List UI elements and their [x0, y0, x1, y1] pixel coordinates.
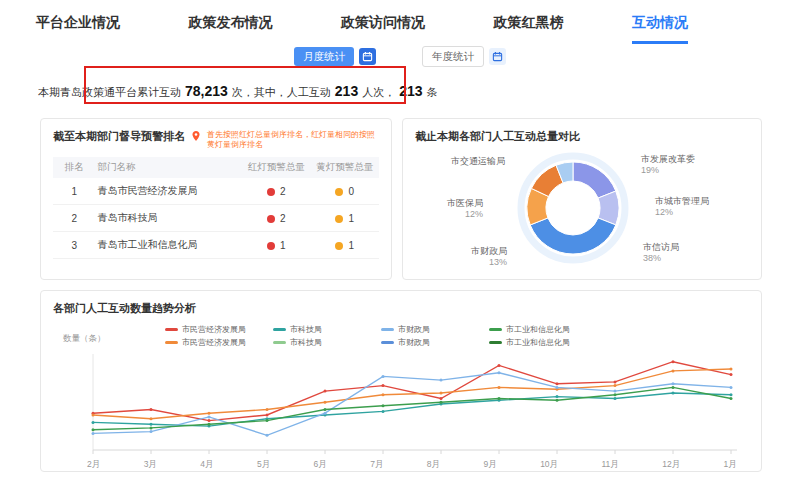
data-point — [556, 385, 559, 388]
x-axis-label: 4月 — [200, 459, 213, 471]
manual-interactions-value: 213 — [335, 83, 358, 99]
tab-platform-enterprises[interactable]: 平台企业情况 — [36, 14, 120, 44]
data-point — [730, 373, 733, 376]
legend-item[interactable]: 市民营经济发展局 — [165, 323, 273, 336]
data-point — [382, 374, 385, 377]
manual-items-value: 213 — [399, 83, 422, 99]
legend-item[interactable]: 市科技局 — [273, 323, 381, 336]
data-point — [92, 431, 95, 434]
legend-label: 市工业和信息化局 — [506, 337, 570, 348]
trend-chart-svg — [81, 352, 741, 458]
donut-svg — [513, 148, 633, 268]
rank-cell: 1 — [53, 178, 95, 205]
monthly-stats-button[interactable]: 月度统计 — [294, 47, 354, 66]
donut-label-pct: 12% — [655, 207, 709, 219]
data-point — [498, 371, 501, 374]
donut-label-pct: 38% — [643, 253, 679, 265]
data-point — [324, 400, 327, 403]
data-point — [730, 393, 733, 396]
yellow-light-cell: 1 — [311, 232, 379, 259]
interaction-comparison-panel: 截止本期各部门人工互动总量对比 市发展改革委 19% 市城市管理局 12% 市信… — [402, 118, 762, 280]
middle-panels: 截至本期部门督导预警排名 首先按照红灯总量倒序排名，红灯量相同的按照黄灯量倒序排… — [40, 118, 762, 280]
summary-mid1: 次，其中，人工互动 — [232, 85, 331, 100]
data-point — [208, 422, 211, 425]
legend-label: 市科技局 — [290, 324, 322, 335]
legend-label: 市民营经济发展局 — [182, 337, 246, 348]
data-point — [730, 367, 733, 370]
legend-swatch — [273, 341, 286, 344]
yellow-light-dot — [335, 242, 343, 250]
legend-item[interactable]: 市民营经济发展局 — [165, 336, 273, 349]
yellow-light-dot — [335, 188, 343, 196]
red-light-cell: 2 — [242, 178, 310, 205]
x-axis-label: 3月 — [144, 459, 157, 471]
data-point — [92, 420, 95, 423]
location-pin-icon — [190, 128, 202, 146]
donut-label-name: 市医保局 — [417, 198, 483, 210]
data-point — [382, 409, 385, 412]
legend-item[interactable]: 市工业和信息化局 — [489, 323, 597, 336]
legend-item[interactable]: 市财政局 — [381, 336, 489, 349]
yellow-light-dot — [335, 215, 343, 223]
table-row: 2青岛市科技局21 — [53, 205, 379, 232]
data-point — [150, 408, 153, 411]
trend-line-市民营经济发展局 — [93, 361, 731, 420]
yellow-light-cell: 1 — [311, 205, 379, 232]
table-row: 3青岛市工业和信息化局11 — [53, 232, 379, 259]
data-point — [614, 380, 617, 383]
yearly-stats-button[interactable]: 年度统计 — [422, 46, 484, 67]
data-point — [208, 411, 211, 414]
legend-label: 市工业和信息化局 — [506, 324, 570, 335]
tab-interaction[interactable]: 互动情况 — [632, 14, 688, 44]
dashboard-page: 平台企业情况 政策发布情况 政策访问情况 政策红黑榜 互动情况 月度统计 年度统… — [0, 0, 800, 489]
department-cell: 青岛市科技局 — [95, 205, 242, 232]
data-point — [498, 397, 501, 400]
ranking-table: 排名 部门名称 红灯预警总量 黄灯预警总量 1青岛市民营经济发展局202青岛市科… — [53, 157, 379, 259]
x-axis-label: 10月 — [540, 459, 558, 471]
data-point — [614, 384, 617, 387]
data-point — [324, 389, 327, 392]
tab-policy-redblack-list[interactable]: 政策红黑榜 — [494, 14, 564, 44]
x-axis-label: 1月 — [724, 459, 737, 471]
legend-swatch — [165, 341, 178, 344]
tab-policy-release[interactable]: 政策发布情况 — [189, 14, 273, 44]
monthly-calendar-icon[interactable] — [359, 48, 376, 65]
legend-label: 市民营经济发展局 — [182, 324, 246, 335]
summary-line: 本期青岛政策通平台累计互动 78,213 次，其中，人工互动 213 人次， 2… — [38, 83, 800, 100]
table-row: 1青岛市民营经济发展局20 — [53, 178, 379, 205]
red-light-cell: 1 — [242, 232, 310, 259]
column-red-light-total: 红灯预警总量 — [242, 157, 310, 178]
data-point — [324, 408, 327, 411]
data-point — [440, 397, 443, 400]
data-point — [614, 397, 617, 400]
trend-line-市民营经济发展局 — [93, 369, 731, 419]
legend-item[interactable]: 市工业和信息化局 — [489, 336, 597, 349]
data-point — [730, 397, 733, 400]
donut-label-name: 市交通运输局 — [417, 156, 505, 168]
data-point — [266, 408, 269, 411]
data-point — [266, 413, 269, 416]
data-point — [614, 389, 617, 392]
legend-item[interactable]: 市科技局 — [273, 336, 381, 349]
data-point — [672, 369, 675, 372]
x-axis-label: 7月 — [370, 459, 383, 471]
tab-policy-visits[interactable]: 政策访问情况 — [341, 14, 425, 44]
data-point — [92, 428, 95, 431]
legend-item[interactable]: 市财政局 — [381, 323, 489, 336]
data-point — [556, 398, 559, 401]
trend-analysis-panel: 各部门人工互动数量趋势分析 市民营经济发展局市科技局市财政局市工业和信息化局市民… — [40, 290, 762, 472]
yearly-calendar-icon[interactable] — [489, 48, 506, 65]
x-axis-label: 2月 — [87, 459, 100, 471]
data-point — [208, 415, 211, 418]
top-tabs: 平台企业情况 政策发布情况 政策访问情况 政策红黑榜 互动情况 — [0, 0, 800, 44]
x-axis-label: 8月 — [427, 459, 440, 471]
data-point — [150, 422, 153, 425]
x-axis-labels: 2月3月4月5月6月7月8月9月10月11月12月1月 — [81, 458, 741, 471]
ranking-title-row: 截至本期部门督导预警排名 首先按照红灯总量倒序排名，红灯量相同的按照黄灯量倒序排… — [53, 129, 379, 151]
donut-label-medical-insurance: 市医保局 12% — [417, 198, 483, 221]
legend-label: 市财政局 — [398, 337, 430, 348]
ranking-panel-title: 截至本期部门督导预警排名 — [53, 129, 185, 144]
data-point — [150, 426, 153, 429]
trend-panel-title: 各部门人工互动数量趋势分析 — [53, 301, 749, 316]
department-cell: 青岛市民营经济发展局 — [95, 178, 242, 205]
